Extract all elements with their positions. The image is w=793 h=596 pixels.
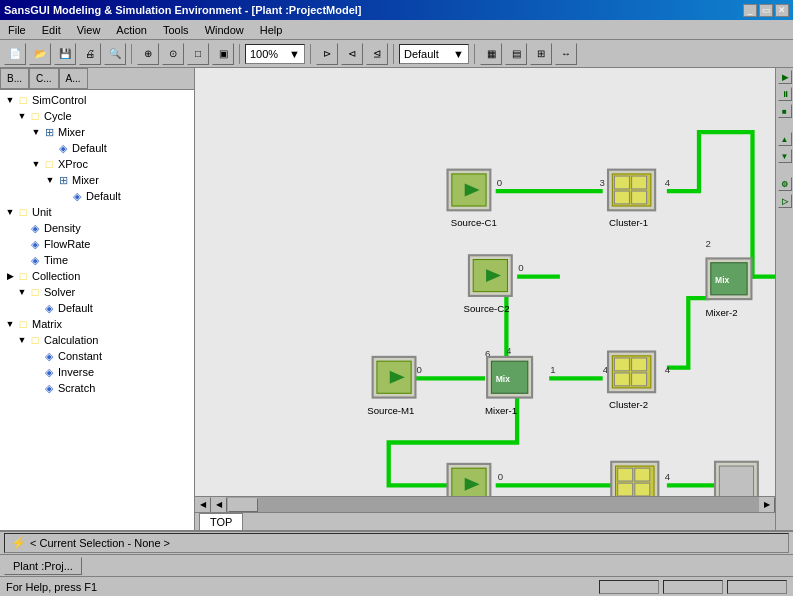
port-label-mixer1-out: 1	[550, 364, 555, 375]
expand-scratch	[30, 382, 42, 394]
expand-mixer-xproc[interactable]: ▼	[44, 174, 56, 186]
label-default-mixer-cycle: Default	[72, 142, 107, 154]
menu-file[interactable]: File	[4, 23, 30, 37]
hscroll-left2[interactable]: ◀	[211, 497, 227, 513]
panel-tab-a[interactable]: A...	[59, 68, 88, 89]
ctrl-run[interactable]: ▷	[778, 194, 792, 208]
bottom-status: For Help, press F1	[0, 576, 793, 596]
panel-tab-b[interactable]: B...	[0, 68, 29, 89]
tb-btn-15[interactable]: ⊞	[530, 43, 552, 65]
mode-dropdown[interactable]: Default ▼	[399, 44, 469, 64]
expand-collection[interactable]: ▶	[4, 270, 16, 282]
save-button[interactable]: 💾	[54, 43, 76, 65]
menu-help[interactable]: Help	[256, 23, 287, 37]
tree-item-density[interactable]: ◈ Density	[2, 220, 192, 236]
new-button[interactable]: 📄	[4, 43, 26, 65]
ctrl-stop[interactable]: ■	[778, 104, 792, 118]
ctrl-play[interactable]: ▶	[778, 70, 792, 84]
expand-calculation[interactable]: ▼	[16, 334, 28, 346]
expand-default-mixer-xproc	[58, 190, 70, 202]
label-flowrate: FlowRate	[44, 238, 90, 250]
restore-button[interactable]: ▭	[759, 4, 773, 17]
expand-matrix[interactable]: ▼	[4, 318, 16, 330]
expand-mixer-cycle[interactable]: ▼	[30, 126, 42, 138]
tb-btn-7[interactable]: ⊙	[162, 43, 184, 65]
window-controls[interactable]: _ ▭ ✕	[743, 4, 789, 17]
folder-icon-unit: □	[16, 205, 30, 219]
tree-item-calculation[interactable]: ▼ □ Calculation	[2, 332, 192, 348]
tb-btn-8[interactable]: □	[187, 43, 209, 65]
sep1	[131, 44, 132, 64]
panel-tab-c[interactable]: C...	[29, 68, 59, 89]
node-cluster2-sq2	[632, 358, 647, 371]
canvas-tab-top[interactable]: TOP	[199, 513, 243, 530]
tree-item-simcontrol[interactable]: ▼ □ SimControl	[2, 92, 192, 108]
print-button[interactable]: 🖨	[79, 43, 101, 65]
ctrl-pause[interactable]: ⏸	[778, 87, 792, 101]
ctrl-down[interactable]: ▼	[778, 149, 792, 163]
tree-item-mixer-xproc[interactable]: ▼ ⊞ Mixer	[2, 172, 192, 188]
menu-bar: File Edit View Action Tools Window Help	[0, 20, 793, 40]
tb-btn-14[interactable]: ▤	[505, 43, 527, 65]
tree-item-default-solver[interactable]: ◈ Default	[2, 300, 192, 316]
statusbar: ⚡ < Current Selection - None >	[0, 530, 793, 554]
tree-item-xproc[interactable]: ▼ □ XProc	[2, 156, 192, 172]
ctrl-up[interactable]: ▲	[778, 132, 792, 146]
tb-btn-6[interactable]: ⊕	[137, 43, 159, 65]
icon-mixer-cycle: ⊞	[42, 125, 56, 139]
tree-item-unit[interactable]: ▼ □ Unit	[2, 204, 192, 220]
folder-icon-cycle: □	[28, 109, 42, 123]
expand-xproc[interactable]: ▼	[30, 158, 42, 170]
tb-btn-13[interactable]: ▦	[480, 43, 502, 65]
expand-solver[interactable]: ▼	[16, 286, 28, 298]
hscroll-track[interactable]	[227, 497, 759, 513]
menu-edit[interactable]: Edit	[38, 23, 65, 37]
menu-view[interactable]: View	[73, 23, 105, 37]
label-cycle: Cycle	[44, 110, 72, 122]
hscroll-thumb[interactable]	[228, 498, 258, 512]
tree-item-default-mixer-cycle[interactable]: ◈ Default	[2, 140, 192, 156]
task-plant[interactable]: Plant :Proj...	[4, 557, 82, 575]
tree-item-scratch[interactable]: ◈ Scratch	[2, 380, 192, 396]
label-inverse: Inverse	[58, 366, 94, 378]
minimize-button[interactable]: _	[743, 4, 757, 17]
menu-window[interactable]: Window	[201, 23, 248, 37]
label-density: Density	[44, 222, 81, 234]
tree-item-inverse[interactable]: ◈ Inverse	[2, 364, 192, 380]
tb-btn-10[interactable]: ⊳	[316, 43, 338, 65]
canvas-content[interactable]: 0 3 4 2 0 0 6 1 4 4 0 3 4 3 Source-C1	[195, 68, 775, 496]
open-button[interactable]: 📂	[29, 43, 51, 65]
tree-item-time[interactable]: ◈ Time	[2, 252, 192, 268]
tree-item-mixer-cycle[interactable]: ▼ ⊞ Mixer	[2, 124, 192, 140]
hscroll-left[interactable]: ◀	[195, 497, 211, 513]
status-box-2	[663, 580, 723, 594]
tree-item-constant[interactable]: ◈ Constant	[2, 348, 192, 364]
conn-cluster2-mixer2	[667, 298, 710, 368]
node-cluster3-sq4	[635, 483, 650, 496]
tb-btn-9[interactable]: ▣	[212, 43, 234, 65]
expand-cycle[interactable]: ▼	[16, 110, 28, 122]
tree-item-collection[interactable]: ▶ □ Collection	[2, 268, 192, 284]
label-cluster1: Cluster-1	[609, 217, 648, 228]
search-button[interactable]: 🔍	[104, 43, 126, 65]
expand-simcontrol[interactable]: ▼	[4, 94, 16, 106]
hscroll-right[interactable]: ▶	[759, 497, 775, 513]
status-box-3	[727, 580, 787, 594]
node-cluster3-sq3	[618, 483, 633, 496]
tree-item-cycle[interactable]: ▼ □ Cycle	[2, 108, 192, 124]
tb-btn-16[interactable]: ↔	[555, 43, 577, 65]
expand-unit[interactable]: ▼	[4, 206, 16, 218]
tb-btn-12[interactable]: ⊴	[366, 43, 388, 65]
tree-item-solver[interactable]: ▼ □ Solver	[2, 284, 192, 300]
menu-tools[interactable]: Tools	[159, 23, 193, 37]
tree-item-matrix[interactable]: ▼ □ Matrix	[2, 316, 192, 332]
tree-item-flowrate[interactable]: ◈ FlowRate	[2, 236, 192, 252]
menu-action[interactable]: Action	[112, 23, 151, 37]
close-button[interactable]: ✕	[775, 4, 789, 17]
tree-item-default-mixer-xproc[interactable]: ◈ Default	[2, 188, 192, 204]
label-source-m1: Source-M1	[367, 405, 414, 416]
tb-btn-11[interactable]: ⊲	[341, 43, 363, 65]
folder-icon-simcontrol: □	[16, 93, 30, 107]
zoom-dropdown[interactable]: 100% ▼	[245, 44, 305, 64]
ctrl-config[interactable]: ⚙	[778, 177, 792, 191]
